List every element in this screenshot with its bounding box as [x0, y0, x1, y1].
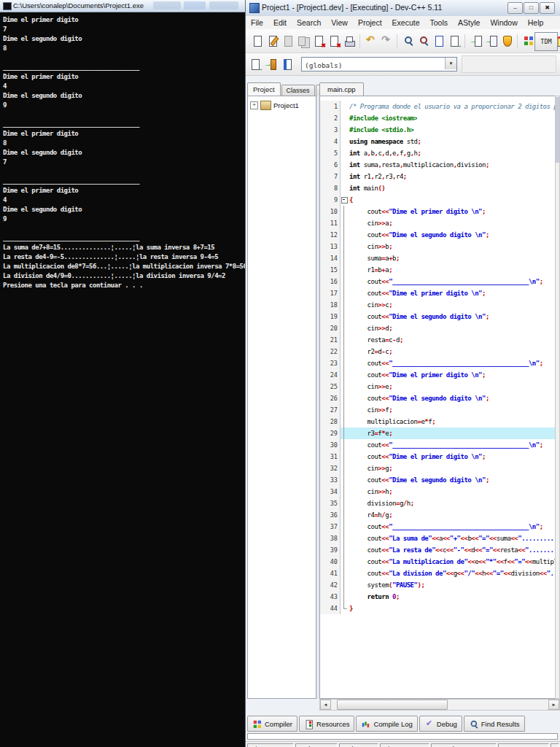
scrollbar-thumb[interactable]: [337, 700, 448, 710]
save-all-icon[interactable]: [297, 34, 311, 48]
tab-classes[interactable]: Classes: [281, 85, 315, 96]
menu-edit[interactable]: Edit: [268, 18, 292, 27]
code-line[interactable]: division=g/h;: [348, 498, 414, 509]
code-line[interactable]: cout<<"_________________________________…: [348, 357, 543, 369]
menu-view[interactable]: View: [326, 18, 353, 27]
code-line[interactable]: cout<<"Dime el primer digito \n";: [348, 287, 486, 299]
tree-expander-icon[interactable]: +: [250, 101, 258, 109]
close-file-icon[interactable]: [312, 34, 326, 48]
tab-find-results[interactable]: Find Results: [464, 716, 525, 732]
tab-resources[interactable]: Resources: [299, 716, 354, 732]
code-line[interactable]: cout<<"La division de"<<g<<"/"<<h<<"="<<…: [348, 568, 555, 579]
ide-window[interactable]: Project1 - [Project1.dev] - [Executing] …: [245, 0, 560, 747]
scroll-right-icon[interactable]: ►: [548, 700, 559, 710]
menu-file[interactable]: File: [246, 18, 268, 27]
code-line[interactable]: return 0;: [348, 591, 400, 603]
minimize-button[interactable]: –: [508, 2, 523, 14]
compile-icon[interactable]: [470, 34, 483, 48]
save-icon[interactable]: [281, 34, 295, 48]
replace-icon[interactable]: [417, 34, 431, 48]
code-line[interactable]: cin>>f;: [348, 404, 392, 416]
code-line[interactable]: cout<<"Dime el segundo digito \n";: [348, 311, 489, 322]
code-line[interactable]: cout<<"La multiplicacion de"<<e<<"*"<<f<…: [348, 556, 555, 568]
code-line[interactable]: cout<<"Dime el segundo digito \n";: [348, 474, 489, 486]
code-line[interactable]: suma=a+b;: [348, 252, 400, 264]
menu-tools[interactable]: Tools: [425, 18, 454, 27]
console-titlebar[interactable]: C:\Users\conalep\Documents\Project1.exe: [0, 0, 245, 12]
code-line[interactable]: using namespace std;: [348, 136, 421, 147]
menu-help[interactable]: Help: [523, 18, 549, 27]
compiler-select-dropdown[interactable]: TDM: [534, 32, 558, 51]
code-line[interactable]: cin>>a;: [348, 217, 392, 229]
code-line[interactable]: int a,b,c,d,e,f,g,h;: [348, 147, 421, 159]
tab-compiler[interactable]: Compiler: [247, 716, 298, 732]
class-browser-combo[interactable]: (globals) ▼: [301, 57, 457, 71]
close-all-icon[interactable]: [327, 34, 341, 48]
code-line[interactable]: int main(): [348, 182, 385, 194]
code-line[interactable]: cin>>c;: [348, 299, 392, 311]
code-line[interactable]: {: [348, 194, 353, 206]
code-line[interactable]: cout<<"_________________________________…: [348, 276, 543, 287]
code-line[interactable]: cout<<"Dime el primer digito \n";: [348, 369, 486, 381]
menu-window[interactable]: Window: [485, 18, 522, 27]
code-line[interactable]: int r1,r2,r3,r4;: [348, 171, 407, 182]
editor-horizontal-scrollbar[interactable]: ◄ ►: [319, 699, 560, 711]
code-line[interactable]: cout<<"_________________________________…: [348, 521, 543, 533]
code-line[interactable]: resta=c-d;: [348, 334, 403, 346]
tab-project[interactable]: Project: [247, 82, 281, 96]
project-tree-item[interactable]: + Project1: [250, 101, 316, 110]
compile-and-run-icon[interactable]: [500, 34, 514, 48]
code-line[interactable]: }: [348, 603, 353, 614]
code-line[interactable]: r4=h/g;: [348, 509, 392, 521]
editor-vertical-scrollbar[interactable]: [555, 96, 560, 699]
chevron-down-icon[interactable]: ▼: [445, 58, 456, 69]
tab-compile-log[interactable]: Compile Log: [356, 716, 417, 732]
code-line[interactable]: cout<<"Dime el primer digito \n";: [348, 451, 486, 462]
menu-execute[interactable]: Execute: [387, 18, 425, 27]
code-line[interactable]: cout<<"Dime el primer digito \n";: [348, 206, 486, 217]
new-file-icon[interactable]: [251, 34, 265, 48]
code-line[interactable]: multiplicacion=e*f;: [348, 416, 435, 427]
goto-declaration-icon[interactable]: [249, 58, 262, 71]
close-button[interactable]: ✖: [540, 2, 555, 14]
find-in-files-icon[interactable]: [432, 34, 446, 48]
open-containing-icon[interactable]: [264, 58, 278, 71]
scrollbar-thumb[interactable]: [556, 97, 559, 163]
code-line[interactable]: cin>>b;: [348, 241, 392, 252]
code-editor[interactable]: 1/* Programa donde el usuario va a propo…: [319, 96, 555, 699]
menu-project[interactable]: Project: [353, 18, 387, 27]
undo-icon[interactable]: [365, 34, 378, 48]
run-icon[interactable]: [485, 34, 499, 48]
find-icon[interactable]: [402, 34, 416, 48]
code-line[interactable]: r3=f*e;: [348, 427, 392, 439]
tab-main-cpp[interactable]: main.cpp: [319, 82, 364, 96]
open-file-icon[interactable]: [266, 34, 280, 48]
code-line[interactable]: cin>>g;: [348, 462, 392, 474]
scroll-left-icon[interactable]: ◄: [320, 700, 331, 710]
code-line[interactable]: cin>>d;: [348, 322, 392, 334]
console-window[interactable]: C:\Users\conalep\Documents\Project1.exe …: [0, 0, 246, 747]
code-line[interactable]: /* Programa donde el usuario va a propor…: [348, 101, 555, 112]
redo-icon[interactable]: [380, 34, 394, 48]
menu-astyle[interactable]: AStyle: [453, 18, 485, 27]
code-line[interactable]: cin>>h;: [348, 486, 392, 498]
print-icon[interactable]: [343, 34, 357, 48]
code-line[interactable]: cout<<"Dime el segundo digito \n";: [348, 229, 489, 241]
code-line[interactable]: r1=b+a;: [348, 264, 392, 276]
fold-collapse-icon[interactable]: [341, 197, 348, 204]
toggle-bookmark-icon[interactable]: [279, 58, 293, 71]
tab-debug[interactable]: Debug: [419, 716, 462, 732]
menu-search[interactable]: Search: [292, 18, 326, 27]
code-line[interactable]: r2=d-c;: [348, 346, 392, 357]
code-line[interactable]: #include <iostream>: [348, 112, 417, 124]
code-line[interactable]: cout<<"La suma de"<<a<<"+"<<b<<"="<<suma…: [348, 533, 555, 544]
code-line[interactable]: #include <stdio.h>: [348, 124, 414, 136]
code-line[interactable]: cout<<"Dime el segundo digito \n";: [348, 392, 489, 404]
code-line[interactable]: system("PAUSE");: [348, 579, 424, 591]
restore-button[interactable]: □: [524, 2, 539, 14]
code-line[interactable]: cout<<"_________________________________…: [348, 439, 543, 451]
goto-line-icon[interactable]: [448, 34, 462, 48]
code-line[interactable]: int suma,resta,multiplicacion,division;: [348, 159, 489, 171]
ide-titlebar[interactable]: Project1 - [Project1.dev] - [Executing] …: [246, 0, 560, 17]
code-line[interactable]: cout<<"La resta de"<<c<<"-"<<d<<"="<<res…: [348, 544, 555, 556]
